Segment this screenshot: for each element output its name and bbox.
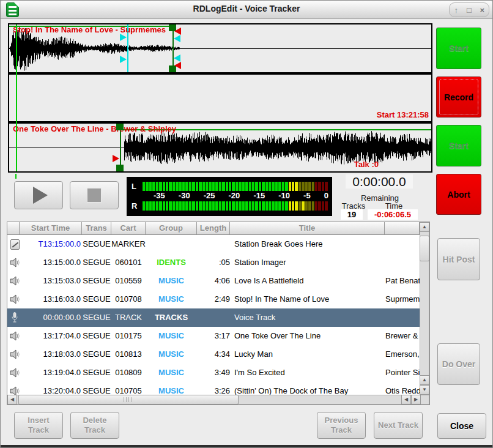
- segue-start-bottom-icon[interactable]: [174, 54, 180, 62]
- column-header-icon[interactable]: [7, 222, 20, 235]
- tracks-remaining-value: 19: [341, 209, 363, 220]
- voice-tracker-canvas[interactable]: Stop! In The Name of Love - Suprmemes St…: [8, 23, 432, 173]
- play-button[interactable]: [14, 181, 63, 209]
- cell-title: (Sittin' On) The Dock of The Bay: [234, 382, 385, 395]
- meter-segment: [282, 201, 284, 211]
- cell-icon: [9, 345, 20, 364]
- meter-segment: [229, 201, 231, 211]
- meter-segment: [242, 182, 245, 191]
- cell-title: Love Is A Battlefield: [234, 272, 385, 290]
- meter-segment: [192, 201, 195, 211]
- stop-button[interactable]: [70, 181, 119, 209]
- log-row[interactable]: 13:17:04.0SEGUE010175MUSIC3:17One Toke O…: [7, 327, 420, 345]
- column-header-group[interactable]: Group: [146, 222, 197, 235]
- speaker-icon: [10, 386, 20, 395]
- fade-marker-top-icon[interactable]: [174, 28, 181, 35]
- cell-length: 3:49: [197, 364, 230, 382]
- meter-segment: [318, 201, 321, 211]
- vertical-scroll-thumb[interactable]: [420, 236, 429, 261]
- cell-group: MUSIC: [146, 345, 197, 364]
- column-header-blank[interactable]: [385, 222, 420, 235]
- cell-cart: 010809: [111, 364, 146, 382]
- meter-segment: [272, 182, 274, 191]
- speaker-icon: [10, 276, 20, 286]
- log-row[interactable]: 13:20:04.0SEGUE010705MUSIC3:26(Sittin' O…: [7, 382, 420, 395]
- cell-group: MUSIC: [146, 364, 197, 382]
- log-row[interactable]: 00:00:00.0SEGUETRACKTRACKSVoice Track: [7, 308, 420, 327]
- log-row[interactable]: 13:15:03.0SEGUE010559MUSIC4:06Love Is A …: [7, 272, 420, 290]
- hit-post-button[interactable]: Hit Post: [437, 238, 480, 280]
- scroll-left-icon[interactable]: ◀: [7, 395, 17, 405]
- segue-start-top-icon[interactable]: [174, 35, 180, 42]
- log-row[interactable]: 13:18:03.0SEGUE010813MUSIC4:34Lucky ManE…: [7, 345, 420, 364]
- do-over-button[interactable]: Do Over: [437, 343, 480, 385]
- abort-button[interactable]: Abort: [436, 174, 481, 215]
- cell-title: Station Imager: [234, 253, 385, 272]
- meter-scale-label: -5: [303, 191, 311, 201]
- log-row[interactable]: 13:15:00.0SEGUE060101IDENTS:05Station Im…: [7, 253, 420, 272]
- column-header-title[interactable]: Title: [230, 222, 385, 235]
- titlebar[interactable]: RDLogEdit - Voice Tracker ↑ □ ×: [1, 1, 492, 19]
- track3-fade-marker-icon[interactable]: [113, 155, 119, 162]
- close-window-icon[interactable]: ×: [476, 6, 487, 15]
- cell-start-time: 13:19:04.0: [20, 364, 81, 382]
- scroll-right-icon[interactable]: ▶: [411, 395, 421, 405]
- meter-segment: [152, 201, 155, 211]
- log-row[interactable]: T13:15:00.0SEGUEMARKERStation Break Goes…: [7, 235, 420, 253]
- meter-segment: [159, 182, 161, 191]
- start-track3-button[interactable]: Start: [436, 125, 481, 166]
- log-row[interactable]: 13:16:03.0SEGUE010708MUSIC2:49Stop! In T…: [7, 290, 420, 308]
- meter-segment: [146, 182, 148, 191]
- meter-segment: [163, 201, 165, 211]
- playback-tick: [15, 174, 17, 179]
- scroll-up-icon[interactable]: ▲: [420, 222, 429, 232]
- shade-window-icon[interactable]: ↑: [451, 6, 462, 15]
- close-button[interactable]: Close: [437, 413, 486, 439]
- previous-track-button[interactable]: Previous Track: [317, 412, 366, 439]
- meter-segment: [212, 201, 215, 211]
- talk-marker-top-icon[interactable]: [120, 34, 127, 41]
- log-row[interactable]: 13:19:04.0SEGUE010809MUSIC3:49I'm So Exc…: [7, 364, 420, 382]
- horizontal-scroll-thumb[interactable]: [18, 395, 239, 405]
- fade-marker-bottom-icon[interactable]: [174, 62, 181, 69]
- cell-cart: 010705: [111, 382, 146, 395]
- maximize-window-icon[interactable]: □: [464, 6, 475, 15]
- meter-segment: [275, 201, 278, 211]
- column-header-length[interactable]: Length: [197, 222, 230, 235]
- meter-segment: [322, 182, 324, 191]
- column-header-trans[interactable]: Trans: [82, 222, 111, 235]
- window-controls: ↑ □ ×: [449, 2, 489, 17]
- scroll-up2-icon[interactable]: ▲: [420, 375, 429, 385]
- log-table: Start Time Trans Cart Group Length Title…: [7, 222, 430, 405]
- track3-pane[interactable]: One Toke Over The Line - Brewer & Shiple…: [9, 124, 431, 171]
- meter-left-label: L: [132, 182, 136, 191]
- track2-start-annotation: Start 13:21:58: [377, 110, 429, 119]
- next-track-button[interactable]: Next Track: [374, 412, 423, 439]
- meter-segment: [265, 201, 268, 211]
- play-icon: [33, 187, 48, 204]
- track2-pane[interactable]: Start 13:21:58: [9, 75, 431, 121]
- cell-icon: [9, 382, 20, 395]
- meter-segment: [295, 201, 297, 211]
- delete-track-button[interactable]: Delete Track: [70, 412, 119, 439]
- playback-position-line[interactable]: [16, 24, 17, 171]
- track3-handle-top-icon[interactable]: [116, 124, 124, 130]
- track1-pane[interactable]: Stop! In The Name of Love - Suprmemes: [9, 24, 431, 72]
- cell-trans: SEGUE: [82, 364, 111, 382]
- scroll-left2-icon[interactable]: ◀: [401, 395, 411, 405]
- meter-segment: [292, 182, 294, 191]
- insert-track-button[interactable]: Insert Track: [14, 412, 63, 439]
- column-header-start-time[interactable]: Start Time: [20, 222, 82, 235]
- column-header-cart[interactable]: Cart: [111, 222, 146, 235]
- scroll-down-icon[interactable]: ▼: [420, 385, 429, 395]
- meter-segment: [255, 182, 258, 191]
- cell-icon: [9, 272, 20, 290]
- record-button[interactable]: Record: [436, 77, 481, 118]
- talk-marker-bottom-icon[interactable]: [120, 56, 127, 63]
- meter-segment: [182, 182, 185, 191]
- start-track1-button[interactable]: Start: [436, 28, 481, 69]
- meter-segment: [189, 182, 191, 191]
- track3-handle-bottom-icon[interactable]: [116, 165, 124, 171]
- meter-segment: [196, 201, 198, 211]
- cell-group: MUSIC: [146, 272, 197, 290]
